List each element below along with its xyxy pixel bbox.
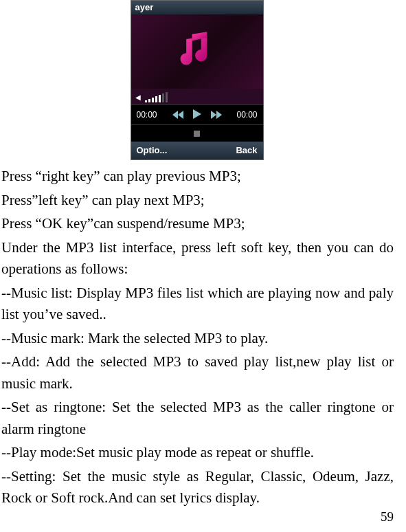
volume-indicator: ◀ (131, 89, 263, 104)
previous-icon (172, 104, 183, 126)
next-icon (211, 104, 222, 126)
text-line: --Set as ringtone: Set the selected MP3 … (1, 397, 394, 440)
playback-bar: 00:00 00:00 (131, 104, 263, 125)
instruction-text: Press “right key” can play previous MP3;… (0, 166, 394, 509)
softkey-bar: Optio... Back (131, 142, 263, 159)
text-line: Press”left key” can play next MP3; (1, 190, 394, 212)
music-note-icon (172, 27, 222, 76)
text-line: --Setting: Set the music style as Regula… (1, 466, 394, 509)
stop-row (131, 125, 263, 142)
album-art-area (131, 14, 263, 89)
phone-frame: ayer ◀ (131, 0, 264, 160)
text-line: --Music mark: Mark the selected MP3 to p… (1, 328, 394, 350)
page-number: 59 (381, 507, 394, 527)
time-elapsed: 00:00 (137, 109, 157, 121)
text-line: --Play mode:Set music play mode as repea… (1, 442, 394, 464)
phone-title-text: ayer (135, 1, 154, 14)
softkey-left: Optio... (137, 144, 168, 157)
stop-icon (194, 131, 200, 137)
softkey-right: Back (236, 144, 257, 157)
text-line: --Music list: Display MP3 files list whi… (1, 282, 394, 326)
phone-screenshot: ayer ◀ (0, 0, 394, 160)
time-total: 00:00 (236, 109, 257, 121)
text-line: Press “OK key”can suspend/resume MP3; (1, 213, 394, 235)
play-icon (193, 104, 201, 126)
phone-title-bar: ayer (131, 1, 263, 14)
speaker-icon: ◀ (135, 92, 141, 102)
text-line: Under the MP3 list interface, press left… (1, 237, 394, 280)
text-line: Press “right key” can play previous MP3; (1, 166, 394, 188)
text-line: --Add: Add the selected MP3 to saved pla… (1, 351, 394, 395)
